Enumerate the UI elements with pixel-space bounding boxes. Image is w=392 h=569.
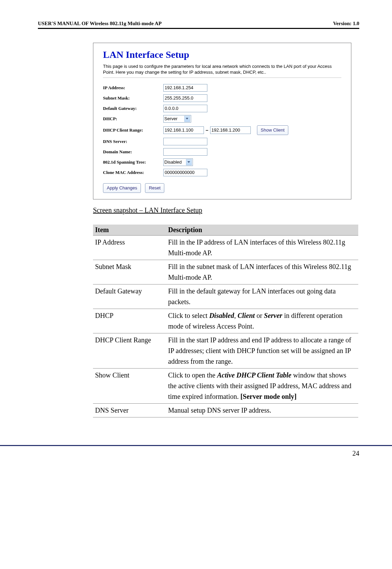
page-header: USER'S MANUAL OF Wireless 802.11g Multi-…: [38, 21, 359, 27]
chevron-down-icon: [184, 116, 190, 122]
page-number: 24: [0, 449, 392, 457]
item-cell: Show Client: [93, 368, 166, 403]
desc-cell: Fill in the IP address of LAN interfaces…: [166, 235, 358, 260]
spanning-tree-select[interactable]: Disabled: [163, 158, 193, 166]
table-row: Show Client Click to open the Active DHC…: [93, 368, 358, 403]
dhcp-range-start-input[interactable]: [163, 126, 204, 134]
table-row: IP Address Fill in the IP address of LAN…: [93, 235, 358, 260]
description-table: Item Description IP Address Fill in the …: [93, 225, 358, 417]
reset-button[interactable]: Reset: [145, 183, 164, 193]
desc-cell: Click to select Disabled, Client or Serv…: [166, 309, 358, 333]
dhcp-label: DHCP:: [103, 116, 163, 122]
dhcp-range-end-input[interactable]: [210, 126, 251, 134]
subnet-mask-label: Subnet Mask:: [103, 95, 163, 101]
table-row: Subnet Mask Fill in the subnet mask of L…: [93, 260, 358, 284]
screenshot-description: This page is used to configure the param…: [103, 64, 341, 75]
item-cell: IP Address: [93, 235, 166, 260]
divider: [103, 77, 341, 78]
apply-changes-button[interactable]: Apply Changes: [103, 183, 141, 193]
dhcp-select-value: Server: [164, 116, 182, 121]
dhcp-range-label: DHCP Client Range:: [103, 127, 163, 133]
desc-cell: Manual setup DNS server IP address.: [166, 403, 358, 417]
domain-name-input[interactable]: [163, 148, 207, 156]
dns-server-input[interactable]: [163, 138, 207, 145]
dhcp-select[interactable]: Server: [163, 115, 191, 123]
header-right: Version: 1.0: [333, 21, 359, 27]
footer-rule: [0, 445, 392, 446]
screenshot-caption: Screen snapshot – LAN Interface Setup: [93, 206, 359, 214]
spanning-tree-label: 802.1d Spanning Tree:: [103, 159, 163, 165]
desc-cell: Click to open the Active DHCP Client Tab…: [166, 368, 358, 403]
clone-mac-label: Clone MAC Address:: [103, 170, 163, 175]
desc-cell: Fill in the default gateway for LAN inte…: [166, 284, 358, 309]
item-cell: DHCP: [93, 309, 166, 333]
header-left: USER'S MANUAL OF Wireless 802.11g Multi-…: [38, 21, 162, 27]
ip-address-label: IP Address:: [103, 85, 163, 91]
table-row: Default Gateway Fill in the default gate…: [93, 284, 358, 309]
domain-name-label: Domain Name:: [103, 149, 163, 155]
header-rule: [38, 28, 359, 29]
clone-mac-input[interactable]: [163, 169, 207, 176]
default-gateway-input[interactable]: [163, 105, 207, 112]
default-gateway-label: Default Gateway:: [103, 106, 163, 111]
subnet-mask-input[interactable]: [163, 94, 207, 102]
dns-server-label: DNS Server:: [103, 139, 163, 144]
table-header-desc: Description: [166, 225, 358, 236]
lan-setup-screenshot: LAN Interface Setup This page is used to…: [93, 43, 351, 199]
item-cell: DNS Server: [93, 403, 166, 417]
table-row: DHCP Client Range Fill in the start IP a…: [93, 333, 358, 368]
screenshot-title: LAN Interface Setup: [103, 49, 341, 60]
table-header-item: Item: [93, 225, 166, 236]
item-cell: DHCP Client Range: [93, 333, 166, 368]
desc-cell: Fill in the subnet mask of LAN interface…: [166, 260, 358, 284]
ip-address-input[interactable]: [163, 84, 207, 92]
item-cell: Subnet Mask: [93, 260, 166, 284]
table-row: DNS Server Manual setup DNS server IP ad…: [93, 403, 358, 417]
table-row: DHCP Click to select Disabled, Client or…: [93, 309, 358, 333]
show-client-button[interactable]: Show Client: [257, 125, 288, 135]
range-dash: –: [206, 127, 208, 133]
desc-cell: Fill in the start IP address and end IP …: [166, 333, 358, 368]
item-cell: Default Gateway: [93, 284, 166, 309]
spanning-tree-value: Disabled: [164, 159, 183, 165]
chevron-down-icon: [186, 159, 192, 165]
